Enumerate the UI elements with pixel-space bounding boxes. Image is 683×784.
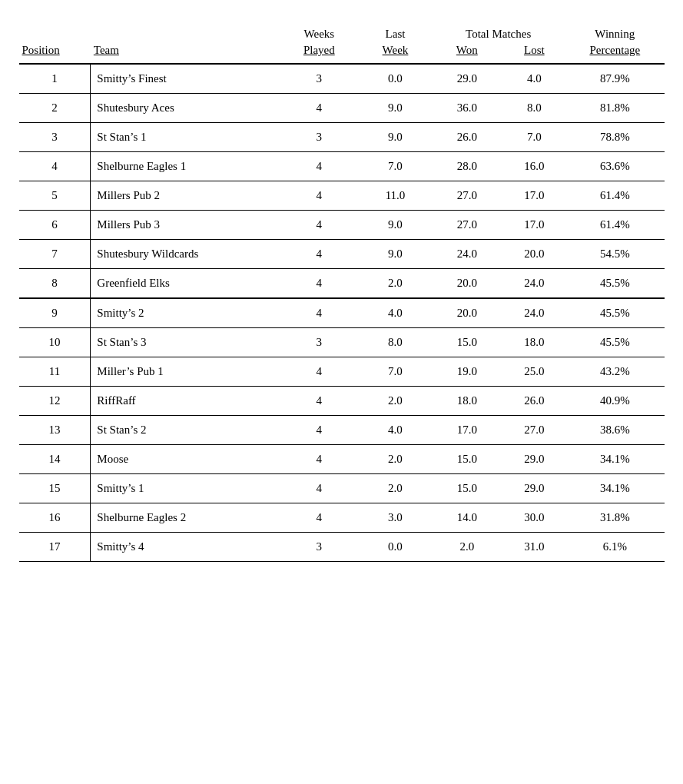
pct-cell: 34.1% bbox=[565, 474, 664, 503]
pct-cell: 81.8% bbox=[565, 94, 664, 123]
table-row: 6Millers Pub 349.027.017.061.4% bbox=[19, 211, 665, 240]
table-row: 4Shelburne Eagles 147.028.016.063.6% bbox=[19, 152, 665, 181]
played-cell: 4 bbox=[279, 240, 360, 269]
played-cell: 4 bbox=[279, 474, 360, 503]
lost-cell: 20.0 bbox=[502, 240, 565, 269]
played-cell: 3 bbox=[279, 533, 360, 562]
last-week-cell: 9.0 bbox=[360, 123, 431, 152]
pct-cell: 61.4% bbox=[565, 211, 664, 240]
won-cell: 19.0 bbox=[431, 357, 502, 387]
team-top-header bbox=[91, 23, 279, 42]
position-cell: 3 bbox=[19, 123, 91, 152]
last-week-cell: 8.0 bbox=[360, 328, 431, 357]
last-week-cell: 7.0 bbox=[360, 152, 431, 181]
lost-cell: 8.0 bbox=[502, 94, 565, 123]
played-cell: 3 bbox=[279, 123, 360, 152]
last-week-cell: 11.0 bbox=[360, 181, 431, 211]
pct-cell: 63.6% bbox=[565, 152, 664, 181]
lost-cell: 24.0 bbox=[502, 298, 565, 328]
pct-cell: 45.5% bbox=[565, 298, 664, 328]
pct-cell: 6.1% bbox=[565, 533, 664, 562]
last-week-cell: 9.0 bbox=[360, 240, 431, 269]
last-week-cell: 0.0 bbox=[360, 533, 431, 562]
won-cell: 28.0 bbox=[431, 152, 502, 181]
lost-cell: 26.0 bbox=[502, 387, 565, 416]
position-cell: 9 bbox=[19, 298, 91, 328]
won-cell: 27.0 bbox=[431, 211, 502, 240]
position-cell: 11 bbox=[19, 357, 91, 387]
position-cell: 17 bbox=[19, 533, 91, 562]
table-body: 1Smitty’s Finest30.029.04.087.9%2Shutesb… bbox=[19, 64, 665, 562]
position-cell: 13 bbox=[19, 416, 91, 445]
team-cell: RiffRaff bbox=[91, 387, 279, 416]
table-row: 10St Stan’s 338.015.018.045.5% bbox=[19, 328, 665, 357]
position-cell: 2 bbox=[19, 94, 91, 123]
played-cell: 4 bbox=[279, 152, 360, 181]
team-cell: Smitty’s 4 bbox=[91, 533, 279, 562]
lost-cell: 30.0 bbox=[502, 503, 565, 533]
pct-cell: 34.1% bbox=[565, 445, 664, 474]
won-header: Won bbox=[431, 42, 502, 64]
team-cell: St Stan’s 3 bbox=[91, 328, 279, 357]
team-cell: Smitty’s 1 bbox=[91, 474, 279, 503]
team-cell: Shelburne Eagles 2 bbox=[91, 503, 279, 533]
position-cell: 5 bbox=[19, 181, 91, 211]
played-cell: 4 bbox=[279, 445, 360, 474]
last-week-cell: 2.0 bbox=[360, 474, 431, 503]
position-cell: 14 bbox=[19, 445, 91, 474]
table-row: 15Smitty’s 142.015.029.034.1% bbox=[19, 474, 665, 503]
won-cell: 20.0 bbox=[431, 269, 502, 299]
last-week-cell: 2.0 bbox=[360, 387, 431, 416]
table-row: 17Smitty’s 430.02.031.06.1% bbox=[19, 533, 665, 562]
pct-cell: 87.9% bbox=[565, 64, 664, 94]
last-top-header: Last bbox=[360, 23, 431, 42]
table-row: 14Moose42.015.029.034.1% bbox=[19, 445, 665, 474]
table-row: 5Millers Pub 2411.027.017.061.4% bbox=[19, 181, 665, 211]
week-header: Week bbox=[360, 42, 431, 64]
position-cell: 15 bbox=[19, 474, 91, 503]
won-cell: 29.0 bbox=[431, 64, 502, 94]
lost-cell: 4.0 bbox=[502, 64, 565, 94]
won-cell: 20.0 bbox=[431, 298, 502, 328]
table-row: 3St Stan’s 139.026.07.078.8% bbox=[19, 123, 665, 152]
played-cell: 4 bbox=[279, 416, 360, 445]
played-cell: 4 bbox=[279, 298, 360, 328]
team-cell: Smitty’s Finest bbox=[91, 64, 279, 94]
played-cell: 4 bbox=[279, 357, 360, 387]
table-row: 9Smitty’s 244.020.024.045.5% bbox=[19, 298, 665, 328]
table-row: 1Smitty’s Finest30.029.04.087.9% bbox=[19, 64, 665, 94]
last-week-cell: 2.0 bbox=[360, 269, 431, 299]
team-cell: Miller’s Pub 1 bbox=[91, 357, 279, 387]
won-cell: 18.0 bbox=[431, 387, 502, 416]
last-week-cell: 2.0 bbox=[360, 445, 431, 474]
table-row: 12RiffRaff42.018.026.040.9% bbox=[19, 387, 665, 416]
table-row: 7Shutesbury Wildcards49.024.020.054.5% bbox=[19, 240, 665, 269]
played-cell: 4 bbox=[279, 387, 360, 416]
total-matches-top-header: Total Matches bbox=[431, 23, 565, 42]
last-week-cell: 9.0 bbox=[360, 94, 431, 123]
won-cell: 24.0 bbox=[431, 240, 502, 269]
position-cell: 12 bbox=[19, 387, 91, 416]
team-cell: Shutesbury Wildcards bbox=[91, 240, 279, 269]
header-main-row: Position Team Played Week Won Lost Perce… bbox=[19, 42, 665, 64]
last-week-cell: 4.0 bbox=[360, 298, 431, 328]
team-cell: Shelburne Eagles 1 bbox=[91, 152, 279, 181]
pct-cell: 38.6% bbox=[565, 416, 664, 445]
lost-cell: 29.0 bbox=[502, 474, 565, 503]
won-cell: 15.0 bbox=[431, 474, 502, 503]
won-cell: 14.0 bbox=[431, 503, 502, 533]
table-row: 13St Stan’s 244.017.027.038.6% bbox=[19, 416, 665, 445]
won-cell: 36.0 bbox=[431, 94, 502, 123]
pct-cell: 78.8% bbox=[565, 123, 664, 152]
header-top-row: Weeks Last Total Matches Winning bbox=[19, 23, 665, 42]
team-cell: Millers Pub 3 bbox=[91, 211, 279, 240]
position-cell: 1 bbox=[19, 64, 91, 94]
team-cell: Smitty’s 2 bbox=[91, 298, 279, 328]
last-week-cell: 0.0 bbox=[360, 64, 431, 94]
won-cell: 2.0 bbox=[431, 533, 502, 562]
pct-cell: 61.4% bbox=[565, 181, 664, 211]
won-cell: 15.0 bbox=[431, 445, 502, 474]
lost-header: Lost bbox=[502, 42, 565, 64]
position-cell: 7 bbox=[19, 240, 91, 269]
lost-cell: 25.0 bbox=[502, 357, 565, 387]
